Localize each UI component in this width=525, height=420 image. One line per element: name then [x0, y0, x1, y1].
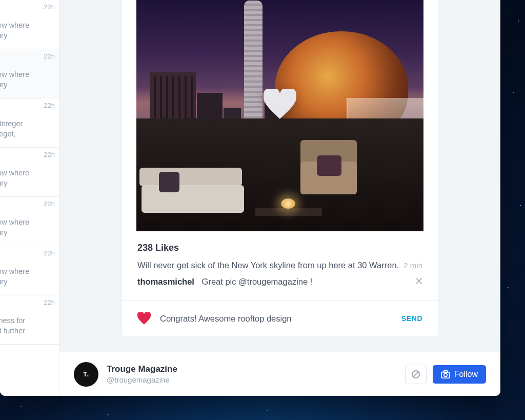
post-time-ago: 2 min [403, 261, 422, 270]
like-button-icon[interactable] [137, 312, 151, 325]
feed-item[interactable]: 22hnow where xury [0, 246, 59, 295]
feed-item[interactable]: 22hnow where xury [0, 49, 59, 98]
feed-item[interactable]: 22hnow where xury [0, 197, 59, 246]
profile-handle[interactable]: @trougemagazine [107, 375, 405, 384]
feed-item-text: now where xury [0, 20, 55, 41]
feed-item-time: 22h [44, 151, 55, 158]
feed-item-text: now where xury [0, 266, 55, 287]
feed-item-time: 22h [44, 249, 55, 257]
profile-name[interactable]: Trouge Magazine [107, 364, 405, 374]
like-heart-overlay-icon [264, 89, 296, 119]
feed-item[interactable]: 22hsiness for ed further [0, 295, 59, 345]
feed-item-text: siness for ed further [0, 315, 55, 336]
avatar[interactable]: T. [74, 362, 98, 387]
app-window: 22hnow where xury22hnow where xury22ht. … [0, 0, 500, 396]
feed-item-time: 22h [44, 200, 55, 208]
feed-item-time: 22h [44, 52, 55, 60]
main-column: 238 Likes Will never get sick of the New… [59, 0, 500, 396]
feed-sidebar: 22hnow where xury22hnow where xury22ht. … [0, 0, 59, 396]
feed-item-text: t. Integer it eget, [0, 118, 55, 139]
feed-item-time: 22h [44, 102, 55, 109]
send-button[interactable]: SEND [401, 314, 422, 323]
comment-username[interactable]: thomasmichel [137, 277, 194, 286]
post-caption: Will never get sick of the New York skyl… [137, 261, 399, 270]
post-image[interactable] [136, 0, 423, 231]
block-icon [411, 369, 421, 379]
feed-item[interactable]: 22hnow where xury [0, 0, 59, 49]
feed-item[interactable]: 22ht. Integer it eget, [0, 98, 59, 148]
feed-item-text: now where xury [0, 168, 55, 188]
block-button[interactable] [405, 365, 427, 384]
profile-bar: T. Trouge Magazine @trougemagazine Follo… [59, 352, 500, 396]
svg-line-1 [413, 372, 418, 377]
feed-item-time: 22h [44, 3, 55, 11]
post-card: 238 Likes Will never get sick of the New… [122, 0, 438, 336]
follow-button[interactable]: Follow [433, 365, 486, 384]
feed-item-text: now where xury [0, 69, 55, 90]
comment-input[interactable] [160, 314, 392, 324]
delete-comment-icon[interactable] [415, 276, 422, 287]
likes-count[interactable]: 238 Likes [137, 243, 422, 253]
comment-text: Great pic @trougemagazine ! [202, 277, 313, 286]
comment-line: thomasmichel Great pic @trougemagazine ! [137, 277, 312, 287]
follow-label: Follow [454, 370, 478, 379]
feed-item-text: now where xury [0, 217, 55, 237]
svg-point-3 [444, 373, 447, 376]
feed-item-time: 22h [44, 298, 55, 306]
compose-bar: SEND [122, 301, 438, 336]
feed-item[interactable]: 22hnow where xury [0, 148, 59, 197]
camera-icon [441, 370, 450, 378]
